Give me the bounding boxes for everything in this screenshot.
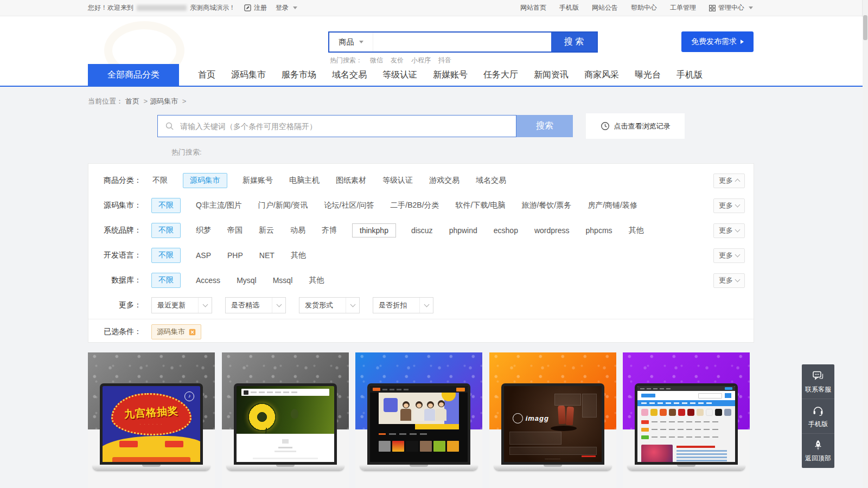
- filter-label: 数据库：: [96, 275, 142, 285]
- dropdown-featured[interactable]: 是否精选: [225, 297, 286, 313]
- nav-item[interactable]: 商家风采: [584, 69, 619, 81]
- filter-option[interactable]: 不限: [151, 174, 169, 188]
- filter-option[interactable]: phpwind: [448, 224, 478, 237]
- topbar-link[interactable]: 帮助中心: [631, 3, 657, 12]
- filter-option[interactable]: Mysql: [235, 274, 258, 287]
- filter-option[interactable]: 不限: [151, 198, 181, 213]
- filter-option[interactable]: PHP: [226, 249, 244, 262]
- main-search-input[interactable]: [373, 33, 551, 52]
- filter-option[interactable]: discuz: [410, 224, 434, 237]
- more-button[interactable]: 更多: [713, 248, 745, 263]
- filter-option[interactable]: 软件/下载/电脑: [455, 198, 507, 213]
- topbar-link[interactable]: 网站首页: [520, 3, 546, 12]
- filter-option[interactable]: 齐博: [321, 223, 338, 237]
- breadcrumb-link[interactable]: 首页: [125, 97, 148, 106]
- filter-option[interactable]: 动易: [289, 223, 307, 237]
- mobile-version-button[interactable]: 手机版: [802, 399, 834, 434]
- filter-option[interactable]: 不限: [151, 223, 181, 238]
- filter-option[interactable]: 图纸素材: [335, 174, 367, 188]
- admin-center-link[interactable]: 管理中心: [709, 3, 753, 12]
- product-card[interactable]: imagg ────────: [489, 352, 616, 488]
- filter-option[interactable]: 新云: [258, 223, 275, 237]
- chevron-up-icon: [735, 179, 741, 184]
- dropdown-delivery-type[interactable]: 发货形式: [299, 297, 360, 313]
- product-card[interactable]: [355, 352, 482, 488]
- nav-item[interactable]: 源码集市: [231, 69, 266, 81]
- dropdown-recent-update[interactable]: 最近更新: [151, 297, 212, 313]
- product-card[interactable]: [623, 352, 750, 488]
- selected-filter-tag[interactable]: 源码集市: [151, 324, 201, 339]
- nav-item[interactable]: 等级认证: [382, 69, 417, 81]
- filter-option[interactable]: thinkphp: [352, 223, 396, 237]
- keyword-search-input[interactable]: [179, 121, 516, 131]
- more-button[interactable]: 更多: [713, 223, 745, 238]
- arrow-right-icon: [741, 40, 744, 44]
- filter-option[interactable]: ASP: [195, 249, 212, 262]
- filter-option[interactable]: wordpress: [533, 224, 571, 237]
- search-category-select[interactable]: 商品: [329, 33, 373, 52]
- filter-option[interactable]: 其他: [628, 223, 645, 237]
- filter-option[interactable]: 等级认证: [381, 174, 414, 188]
- publish-demand-button[interactable]: 免费发布需求: [681, 31, 754, 52]
- filter-option[interactable]: 论坛/社区/问答: [323, 198, 375, 213]
- nav-item[interactable]: 任务大厅: [483, 69, 518, 81]
- topbar-link[interactable]: 工单管理: [670, 3, 696, 12]
- keyword-search-box: [157, 115, 516, 137]
- filter-option[interactable]: NET: [258, 249, 276, 262]
- filter-option[interactable]: Q非主流/图片: [195, 198, 243, 213]
- topbar-link[interactable]: 网站公告: [592, 3, 618, 12]
- filter-option[interactable]: 其他: [290, 248, 307, 262]
- filter-option[interactable]: 电脑主机: [288, 174, 321, 188]
- remove-tag-icon[interactable]: [189, 329, 196, 336]
- register-link[interactable]: 注册: [244, 3, 267, 12]
- nav-item[interactable]: 手机版: [676, 69, 703, 81]
- filter-option[interactable]: 帝国: [226, 223, 244, 237]
- nav-item[interactable]: 新媒账号: [433, 69, 468, 81]
- nav-item[interactable]: 新闻资讯: [534, 69, 569, 81]
- login-link[interactable]: 登录: [276, 3, 297, 12]
- filter-option[interactable]: 二手/B2B/分类: [389, 198, 440, 213]
- contact-service-button[interactable]: 联系客服: [802, 364, 834, 399]
- all-categories-button[interactable]: 全部商品分类: [88, 64, 179, 86]
- keyword-search-button[interactable]: 搜索: [516, 115, 573, 137]
- more-button[interactable]: 更多: [713, 198, 745, 213]
- main-search-button[interactable]: 搜 索: [551, 33, 597, 52]
- filter-option[interactable]: 房产/商铺/装修: [586, 198, 639, 213]
- filter-option[interactable]: 游戏交易: [428, 174, 461, 188]
- search-icon: [165, 121, 174, 131]
- back-to-top-button[interactable]: 返回顶部: [802, 434, 834, 468]
- filter-option[interactable]: 其他: [308, 273, 325, 287]
- dropdown-discount[interactable]: 是否折扣: [373, 297, 433, 313]
- filter-option[interactable]: ecshop: [493, 224, 519, 237]
- top-bar: 您好！欢迎来到 亲测商城演示！ 注册 登录 网站首页手机版网站公告帮助中心工单管…: [0, 0, 868, 16]
- filter-option[interactable]: 域名交易: [475, 174, 507, 188]
- scrollbar-thumb[interactable]: [863, 15, 867, 40]
- filter-option[interactable]: 新媒账号: [241, 174, 274, 188]
- filter-option[interactable]: 源码集市: [183, 173, 227, 188]
- filter-option[interactable]: Access: [195, 274, 221, 287]
- filter-option[interactable]: 门户/新闻/资讯: [257, 198, 309, 213]
- more-button[interactable]: 更多: [713, 273, 745, 288]
- filter-option[interactable]: 不限: [151, 248, 181, 263]
- breadcrumb-links: 首页源码集市: [125, 97, 186, 106]
- grid-icon: [709, 5, 716, 11]
- nav-item[interactable]: 曝光台: [635, 69, 661, 81]
- filter-option[interactable]: 不限: [151, 273, 181, 288]
- scrollbar[interactable]: [862, 0, 868, 488]
- breadcrumb-link[interactable]: 源码集市: [150, 97, 186, 106]
- topbar-link[interactable]: 手机版: [559, 3, 579, 12]
- filter-option[interactable]: 旅游/餐饮/票务: [520, 198, 572, 213]
- product-card[interactable]: 九宫格抽奖 · · · · · · ♪: [88, 352, 215, 488]
- nav-bar: 全部商品分类 首页源码集市服务市场域名交易等级认证新媒账号任务大厅新闻资讯商家风…: [0, 64, 863, 87]
- filter-option[interactable]: Mssql: [272, 274, 294, 287]
- filter-option[interactable]: 织梦: [195, 223, 212, 237]
- nav-item[interactable]: 服务市场: [282, 69, 316, 81]
- filter-option[interactable]: phpcms: [585, 224, 614, 237]
- more-button[interactable]: 更多: [713, 174, 745, 188]
- browse-history-link[interactable]: 点击查看浏览记录: [586, 113, 685, 139]
- product-card[interactable]: [222, 352, 349, 488]
- laptop-mockup: [635, 383, 738, 470]
- nav-item[interactable]: 域名交易: [332, 69, 367, 81]
- nav-item[interactable]: 首页: [198, 69, 215, 81]
- filter-label: 开发语言：: [96, 251, 142, 260]
